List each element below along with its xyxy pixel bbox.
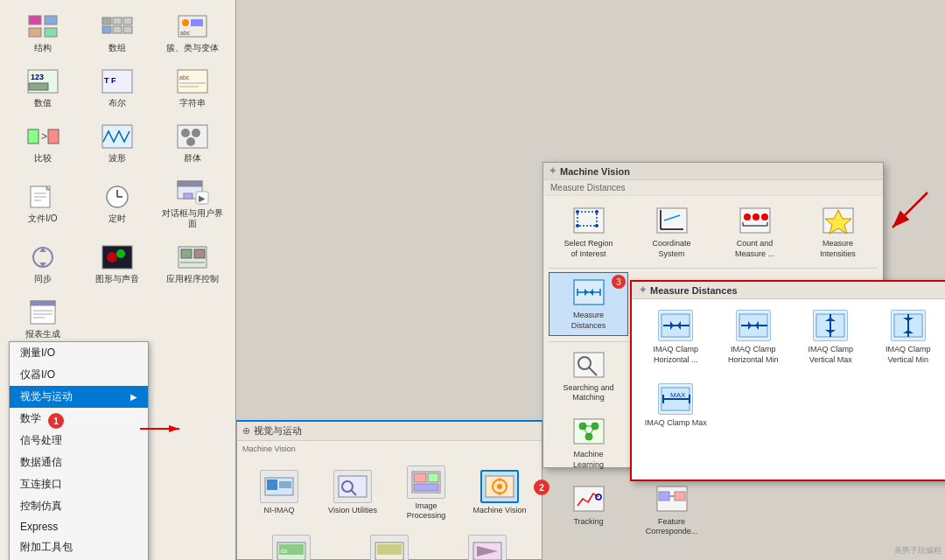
icon-group[interactable]: 群体 <box>157 117 228 169</box>
bottom-row2: dx NI-IMAQdx Vision RIO Vision Express <box>237 531 542 560</box>
dialog-icon: ▶ <box>177 179 208 204</box>
svg-point-28 <box>181 129 190 137</box>
vision-motion-panel: ⊕ 视觉与运动 Machine Vision NI-IMAQ <box>236 420 542 560</box>
report-icon-box <box>26 298 60 326</box>
mv-item-select-roi[interactable]: Select Regionof Interest <box>549 201 628 262</box>
mv-machine-learning-label: MachineLearning <box>573 450 604 470</box>
icon-string[interactable]: abc 字符串 <box>157 62 228 114</box>
icon-sync[interactable]: 同步 <box>7 238 79 290</box>
md-grid: IMAQ Clamp Horizontal ... IMAQ Clamp Hor… <box>632 299 945 457</box>
icon-waveform[interactable]: 波形 <box>82 117 154 169</box>
md-clamp-horiz-min-label: IMAQ Clamp Horizontal Min <box>720 345 788 365</box>
array-icon-box <box>101 12 134 40</box>
menu-item-interconnect[interactable]: 互连接口 <box>10 473 148 495</box>
menu-item-instrument-io[interactable]: 仪器I/O <box>10 364 148 386</box>
svg-rect-6 <box>123 18 132 24</box>
svg-rect-70 <box>414 484 438 491</box>
icon-appctrl[interactable]: 应用程序控制 <box>157 238 228 290</box>
menu-item-math[interactable]: 数学 <box>10 408 148 430</box>
svg-point-73 <box>497 484 502 489</box>
svg-rect-5 <box>113 18 122 24</box>
machine-vision-svg <box>484 474 515 499</box>
md-item-clamp-vert-max[interactable]: IMAQ Clamp Vertical Max <box>794 306 868 376</box>
panel-item-image-processing[interactable]: Image Processing <box>391 462 461 524</box>
svg-rect-2 <box>29 28 41 37</box>
mv-panel-subtitle: Measure Distances <box>543 180 883 196</box>
mv-item-coord-sys[interactable]: CoordinateSystem <box>632 201 711 262</box>
left-arrow-svg <box>140 420 184 438</box>
machine-vision-icon <box>480 470 519 503</box>
menu-item-measure-io[interactable]: 测量I/O <box>10 342 148 364</box>
vision-utilities-svg <box>337 474 368 499</box>
menu-label-addons: 附加工具包 <box>20 540 73 555</box>
panel-item-machine-vision[interactable]: Machine Vision <box>465 462 535 524</box>
panel-item-vision-utilities[interactable]: Vision Utilities <box>318 462 388 524</box>
red-arrow <box>866 175 936 245</box>
panel-item-ni-imaqdx[interactable]: dx NI-IMAQdx <box>244 531 339 560</box>
mv-feature-corr-icon <box>654 483 690 514</box>
svg-text:MAX: MAX <box>670 391 686 399</box>
svg-rect-93 <box>740 208 770 233</box>
panel-item-vision-express[interactable]: Vision Express <box>440 531 535 560</box>
icon-numeric[interactable]: 123 数值 <box>7 62 79 114</box>
md-item-clamp-max[interactable]: MAX IMAQ Clamp Max <box>639 380 713 450</box>
icon-fileio[interactable]: 文件I/O <box>7 172 79 234</box>
menu-item-control-sim[interactable]: 控制仿真 <box>10 495 148 517</box>
ni-imaqdx-svg: dx <box>276 539 307 560</box>
menu-item-data-comm[interactable]: 数据通信 <box>10 452 148 473</box>
mv-count-measure-icon <box>737 205 774 236</box>
icon-compare[interactable]: > 比较 <box>7 117 79 169</box>
clamp-horiz-min-svg <box>738 312 769 339</box>
md-item-clamp-horiz[interactable]: IMAQ Clamp Horizontal ... <box>639 306 713 376</box>
feature-corr-svg <box>655 485 689 513</box>
group-icon <box>177 124 208 149</box>
icon-dialog[interactable]: ▶ 对话框与用户界面 <box>157 172 228 234</box>
machine-vision-subtitle: Machine Vision <box>237 441 542 455</box>
md-item-clamp-vert-min[interactable]: IMAQ Clamp Vertical Min <box>872 306 946 376</box>
md-clamp-vert-max-label: IMAQ Clamp Vertical Max <box>797 345 864 365</box>
vision-utilities-icon <box>333 470 372 503</box>
icon-boolean[interactable]: T F 布尔 <box>82 62 154 114</box>
sync-icon-box <box>26 243 60 271</box>
mv-item-tracking[interactable]: Tracking <box>549 480 628 541</box>
menu-item-vision-motion[interactable]: 视觉与运动 ▶ <box>10 386 148 408</box>
panel-item-vision-rio[interactable]: Vision RIO <box>342 531 437 560</box>
icon-structure[interactable]: 结构 <box>7 7 79 59</box>
mv-item-machine-learning[interactable]: MachineLearning <box>549 412 628 473</box>
menu-item-express[interactable]: Express <box>10 517 148 536</box>
svg-rect-9 <box>123 26 132 33</box>
svg-rect-3 <box>45 28 57 37</box>
svg-point-95 <box>752 214 760 220</box>
group-icon-box <box>176 122 209 150</box>
md-clamp-max-label: IMAQ Clamp Max <box>645 418 707 429</box>
searching-svg <box>572 351 606 379</box>
panel-item-ni-imaq[interactable]: NI-IMAQ <box>244 462 314 524</box>
svg-rect-69 <box>428 473 438 482</box>
ni-imaq-label: NI-IMAQ <box>264 506 295 515</box>
boolean-icon-box: T F <box>101 67 134 95</box>
mv-count-measure-label: Count andMeasure ... <box>735 239 774 259</box>
icon-timing[interactable]: 定时 <box>82 172 154 234</box>
graphics-icon-box <box>101 243 134 271</box>
measure-distances-svg <box>572 278 606 306</box>
menu-label-data-comm: 数据通信 <box>20 455 62 470</box>
menu-label-control-sim: 控制仿真 <box>20 499 62 514</box>
icon-report[interactable]: 报表生成 <box>7 293 79 345</box>
mv-item-measure-distances[interactable]: MeasureDistances 3 <box>549 272 628 335</box>
menu-label-instrument-io: 仪器I/O <box>20 368 55 382</box>
menu-item-signal-processing[interactable]: 信号处理 <box>10 430 148 452</box>
mv-measure-intensities-icon <box>820 205 857 236</box>
svg-rect-51 <box>181 249 192 258</box>
mv-item-searching[interactable]: Searching andMatching <box>549 346 628 407</box>
badge-1: 1 <box>48 413 64 429</box>
icon-array[interactable]: 数组 <box>82 7 154 59</box>
mv-item-feature-corr[interactable]: FeatureCorresponde... <box>632 480 711 541</box>
menu-item-addons[interactable]: 附加工具包 <box>10 536 148 558</box>
numeric-icon-box: 123 <box>26 67 60 95</box>
mv-measure-distances-label: MeasureDistances <box>571 311 606 331</box>
svg-rect-52 <box>194 249 205 258</box>
mv-item-count-measure[interactable]: Count andMeasure ... <box>715 201 794 262</box>
md-item-clamp-horiz-min[interactable]: IMAQ Clamp Horizontal Min <box>717 306 791 376</box>
icon-graphics[interactable]: 图形与声音 <box>82 238 154 290</box>
icon-cluster[interactable]: abc 簇、类与变体 <box>157 7 228 59</box>
